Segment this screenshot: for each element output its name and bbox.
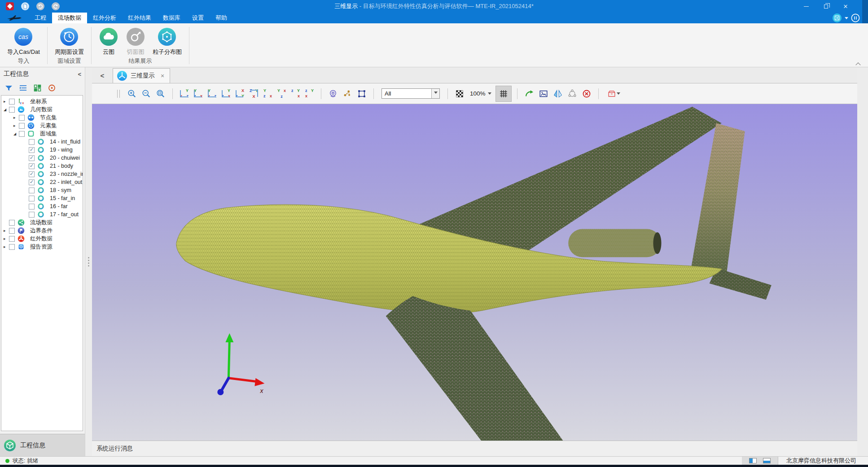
visibility-checkbox[interactable] [19,115,25,121]
zoom-level-dropdown[interactable]: 100% [468,90,493,97]
tree-item-label[interactable]: 面域集 [40,130,57,138]
snapshot-button[interactable] [538,88,549,100]
menu-tab-7[interactable]: 帮助 [210,13,233,23]
outline-list-button[interactable] [19,84,27,92]
undo-icon[interactable] [36,2,45,11]
viewport-3d[interactable]: x [92,104,857,441]
tree-item-label[interactable]: 坐标系 [30,98,47,105]
visibility-checkbox[interactable] [29,155,35,161]
view-bottom-button[interactable]: ZYX [248,88,259,99]
visibility-checkbox[interactable] [29,171,35,177]
view-top-button[interactable]: XzY [234,88,245,99]
expander-icon[interactable] [13,131,19,136]
expander-icon[interactable] [4,107,9,112]
help-book-icon[interactable] [851,13,860,22]
visibility-checkbox[interactable] [29,204,35,209]
display-filter-select[interactable]: All [381,88,440,99]
panel-bottom-tab[interactable]: 工程信息 [0,434,85,456]
visibility-checkbox[interactable] [29,196,35,201]
view-right-button[interactable]: Yzx [220,88,232,99]
filter-button[interactable] [4,84,13,92]
visibility-checkbox[interactable] [9,220,15,226]
tree-item-label[interactable]: 元素集 [40,122,57,130]
tree-item-label[interactable]: 17 - far_out [50,211,79,218]
panel-splitter[interactable] [85,67,92,456]
redo-icon[interactable] [51,2,60,11]
particle-trace-button[interactable] [342,88,353,100]
dropdown-arrow-icon[interactable] [431,89,439,98]
tree-item-label[interactable]: 16 - far [50,203,68,209]
mirror-button[interactable] [552,88,564,100]
layout-left-panel-icon[interactable] [749,458,757,463]
collapse-panel-button[interactable]: < [78,71,81,78]
tree-item-label[interactable]: 边界条件 [30,227,53,235]
tab-scroll-left-button[interactable]: < [92,72,113,83]
view-iso-4-button[interactable]: zxY [304,88,315,99]
tree-item-label[interactable]: 22 - inlet_out [50,179,82,185]
collapse-ribbon-button[interactable] [856,62,861,65]
visibility-checkbox[interactable] [29,188,35,193]
menu-tab-2[interactable]: 流场数据 [52,13,87,23]
view-iso-2-button[interactable]: Yxz [276,88,287,99]
layout-bottom-panel-icon[interactable] [763,458,771,463]
tree-item-label[interactable]: 20 - chuiwei [50,155,80,161]
expander-icon[interactable] [4,244,9,249]
view-front-button[interactable]: Yxz [179,88,190,99]
tree-item-label[interactable]: 流场数据 [30,219,53,227]
export-button[interactable] [523,88,535,100]
locate-button[interactable] [48,84,56,92]
archive-button[interactable] [605,88,623,100]
tree-item-label[interactable]: 23 - nozzle_in [50,171,83,177]
view-back-button[interactable]: Yzx [193,88,204,99]
tree-item-label[interactable]: 19 - wing [50,147,73,153]
tree-item-label[interactable]: 节点集 [40,114,57,122]
tree-item-label[interactable]: 报告资源 [30,243,53,251]
tree-item-label[interactable]: 15 - far_in [50,195,75,201]
visibility-checkbox[interactable] [9,228,15,234]
menu-tab-1[interactable]: 工程 [29,13,52,23]
menu-tab-4[interactable]: 红外结果 [122,13,157,23]
visibility-checkbox[interactable] [19,131,25,137]
tree-item-label[interactable]: 18 - sym [50,187,71,193]
periodic-face-button[interactable]: 周期面设置 [52,26,87,57]
visibility-checkbox[interactable] [29,147,35,153]
transparency-button[interactable] [454,88,465,100]
expander-icon[interactable] [13,123,19,128]
visibility-checkbox[interactable] [9,107,15,113]
particle-distribution-button[interactable]: 粒子分布图 [150,26,184,57]
zoom-in-button[interactable] [126,88,138,100]
visibility-checkbox[interactable] [29,212,35,218]
panel-view-icon[interactable] [832,13,842,23]
clear-button[interactable] [581,88,592,100]
mesh-toggle-button[interactable] [496,86,511,101]
expander-icon[interactable] [13,115,19,120]
tree-item-label[interactable]: 14 - int_fluid [50,139,80,145]
link-views-button[interactable] [566,88,578,100]
expander-icon[interactable] [4,236,9,241]
visibility-checkbox[interactable] [29,179,35,185]
close-button[interactable]: ✕ [836,0,855,12]
tree-item-label[interactable]: 21 - body [50,163,73,169]
zoom-out-button[interactable] [140,88,152,100]
expander-icon[interactable] [4,228,9,233]
tab-3d-view[interactable]: 三维显示 × [113,68,170,83]
probe-button[interactable] [327,88,339,100]
visibility-checkbox[interactable] [9,99,15,105]
new-document-icon[interactable] [21,2,30,11]
tree-item-label[interactable]: 几何数据 [30,106,53,113]
menu-tab-3[interactable]: 红外分析 [87,13,122,23]
visibility-checkbox[interactable] [19,123,25,129]
expander-icon[interactable] [4,99,9,104]
chevron-down-icon[interactable] [845,17,848,21]
tab-close-icon[interactable]: × [161,72,164,79]
visibility-checkbox[interactable] [9,236,15,242]
view-left-button[interactable]: Yxz [206,88,218,99]
contour-plot-button[interactable]: 云图 [96,26,121,57]
menu-tab-6[interactable]: 设置 [186,13,210,23]
app-icon[interactable] [5,2,14,11]
restore-button[interactable] [816,0,836,12]
visibility-checkbox[interactable] [29,139,35,145]
visibility-checkbox[interactable] [9,244,15,250]
group-view-button[interactable] [33,84,42,92]
import-cas-dat-button[interactable]: cas 导入Cas/Dat [4,26,43,57]
